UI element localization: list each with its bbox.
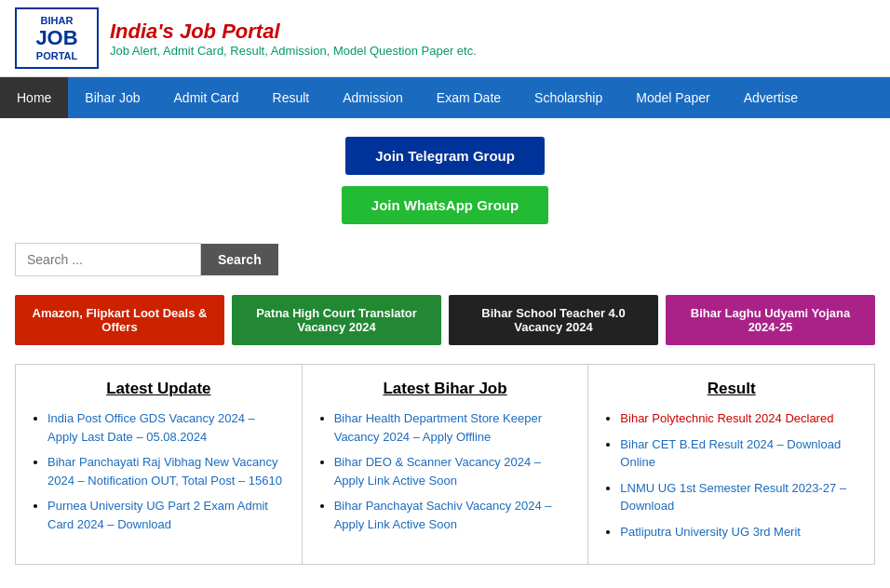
nav-item-result[interactable]: Result <box>256 77 327 118</box>
search-bar: Search <box>15 243 875 276</box>
main-nav: HomeBihar JobAdmit CardResultAdmissionEx… <box>0 77 890 118</box>
list-item-link[interactable]: Bihar DEO & Scanner Vacancy 2024 – Apply… <box>334 455 541 488</box>
column-list: Bihar Polytechnic Result 2024 DeclaredBi… <box>603 409 859 541</box>
list-item-link[interactable]: Bihar Health Department Store Keeper Vac… <box>334 411 542 444</box>
list-item: Bihar CET B.Ed Result 2024 – Download On… <box>620 435 859 472</box>
list-item: LNMU UG 1st Semester Result 2023-27 – Do… <box>620 479 859 515</box>
logo-tagline: India's Job Portal Job Alert, Admit Card… <box>110 20 477 58</box>
list-item: Bihar DEO & Scanner Vacancy 2024 – Apply… <box>334 453 573 489</box>
site-header: BIHAR JOB PORTAL India's Job Portal Job … <box>0 0 890 77</box>
banner-item[interactable]: Bihar Laghu Udyami Yojana 2024-25 <box>666 295 875 345</box>
logo-line3: PORTAL <box>26 50 88 61</box>
list-item: Bihar Polytechnic Result 2024 Declared <box>620 409 859 428</box>
column-title: Latest Update <box>31 380 287 398</box>
list-item: Bihar Panchayat Sachiv Vacancy 2024 – Ap… <box>334 497 573 533</box>
banner-links: Amazon, Flipkart Loot Deals & OffersPatn… <box>15 295 875 345</box>
content-column: Latest UpdateIndia Post Office GDS Vacan… <box>16 365 303 564</box>
list-item: Bihar Panchayati Raj Vibhag New Vacancy … <box>47 453 287 489</box>
site-title: India's Job Portal <box>110 20 477 44</box>
list-item: Patliputra University UG 3rd Merit <box>620 523 859 541</box>
column-title: Result <box>603 380 859 398</box>
banner-item[interactable]: Bihar School Teacher 4.0 Vacancy 2024 <box>449 295 658 345</box>
list-item-link[interactable]: India Post Office GDS Vacancy 2024 – App… <box>47 411 255 444</box>
logo-line1: BIHAR <box>26 15 88 26</box>
list-item-link[interactable]: Bihar CET B.Ed Result 2024 – Download On… <box>620 437 841 470</box>
content-grid: Latest UpdateIndia Post Office GDS Vacan… <box>15 364 875 565</box>
list-item: Bihar Health Department Store Keeper Vac… <box>334 409 573 446</box>
column-title: Latest Bihar Job <box>317 380 573 398</box>
nav-item-advertise[interactable]: Advertise <box>727 77 815 118</box>
nav-item-bihar-job[interactable]: Bihar Job <box>68 77 156 118</box>
group-buttons-section: Join Telegram Group Join WhatsApp Group <box>15 137 875 224</box>
list-item-link[interactable]: Patliputra University UG 3rd Merit <box>620 525 801 539</box>
list-item-link[interactable]: Bihar Polytechnic Result 2024 Declared <box>620 411 833 425</box>
nav-item-home[interactable]: Home <box>0 77 68 118</box>
site-subtitle: Job Alert, Admit Card, Result, Admission… <box>110 44 477 58</box>
banner-item[interactable]: Patna High Court Translator Vacancy 2024 <box>232 295 441 345</box>
search-button[interactable]: Search <box>201 244 278 275</box>
logo[interactable]: BIHAR JOB PORTAL <box>15 7 99 69</box>
telegram-button[interactable]: Join Telegram Group <box>345 137 545 175</box>
list-item: Purnea University UG Part 2 Exam Admit C… <box>47 497 287 533</box>
list-item-link[interactable]: Purnea University UG Part 2 Exam Admit C… <box>47 499 268 531</box>
banner-item[interactable]: Amazon, Flipkart Loot Deals & Offers <box>15 295 224 345</box>
nav-item-admission[interactable]: Admission <box>326 77 420 118</box>
list-item-link[interactable]: Bihar Panchayat Sachiv Vacancy 2024 – Ap… <box>334 499 552 531</box>
nav-item-admit-card[interactable]: Admit Card <box>157 77 256 118</box>
content-column: Latest Bihar JobBihar Health Department … <box>303 365 589 564</box>
nav-item-exam-date[interactable]: Exam Date <box>420 77 518 118</box>
column-list: India Post Office GDS Vacancy 2024 – App… <box>31 409 287 534</box>
list-item: India Post Office GDS Vacancy 2024 – App… <box>47 409 287 446</box>
list-item-link[interactable]: LNMU UG 1st Semester Result 2023-27 – Do… <box>620 481 846 514</box>
search-input[interactable] <box>15 243 201 276</box>
main-content: Join Telegram Group Join WhatsApp Group … <box>0 118 890 583</box>
logo-line2: JOB <box>26 26 88 50</box>
nav-item-scholarship[interactable]: Scholarship <box>518 77 619 118</box>
column-list: Bihar Health Department Store Keeper Vac… <box>317 409 573 534</box>
nav-item-model-paper[interactable]: Model Paper <box>619 77 726 118</box>
whatsapp-button[interactable]: Join WhatsApp Group <box>342 186 548 224</box>
list-item-link[interactable]: Bihar Panchayati Raj Vibhag New Vacancy … <box>47 455 282 488</box>
content-column: ResultBihar Polytechnic Result 2024 Decl… <box>588 365 874 564</box>
